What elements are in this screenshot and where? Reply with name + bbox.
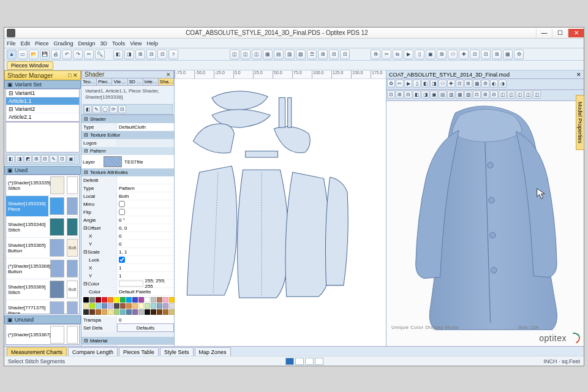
- palette-swatch[interactable]: [169, 303, 175, 309]
- palette-swatch[interactable]: [89, 297, 95, 303]
- sec-texture-editor[interactable]: ⊟ Texture Editor: [81, 131, 174, 139]
- prop-value[interactable]: 0: [117, 240, 174, 247]
- prop-value[interactable]: 0, 0: [117, 224, 174, 232]
- prop-key[interactable]: ⊟ Offset: [81, 224, 117, 232]
- tool-icon[interactable]: ▣: [426, 50, 435, 59]
- palette-swatch[interactable]: [151, 297, 156, 303]
- tool-icon[interactable]: ◧: [113, 50, 123, 59]
- vp-tool-icon[interactable]: ▶: [404, 80, 412, 88]
- palette-swatch[interactable]: [83, 309, 89, 315]
- prop-value[interactable]: Pattern: [117, 184, 174, 192]
- window-minimize-button[interactable]: —: [536, 29, 552, 37]
- vp-tool-icon[interactable]: ▯: [413, 80, 421, 88]
- sec-shader[interactable]: ⊟ Shader: [81, 115, 174, 123]
- menu-design[interactable]: Design: [78, 40, 96, 47]
- shader-tab[interactable]: Vie…: [112, 78, 127, 85]
- mini-tool-icon[interactable]: ⊞: [32, 155, 40, 163]
- variant-item[interactable]: ⊟ Variant2: [6, 105, 79, 113]
- status-mode-icon[interactable]: [295, 358, 304, 365]
- status-mode-icon[interactable]: [305, 358, 314, 365]
- palette-swatch[interactable]: [145, 309, 150, 315]
- tool-icon[interactable]: ⊞: [437, 50, 447, 59]
- vp-tool-icon[interactable]: ◫: [499, 91, 507, 99]
- menu-tools[interactable]: Tools: [112, 40, 125, 47]
- palette-swatch[interactable]: [163, 297, 168, 303]
- vp-tool-icon[interactable]: ✂: [396, 80, 404, 88]
- palette-swatch[interactable]: [114, 309, 119, 315]
- tool-icon[interactable]: ⧉: [393, 50, 402, 59]
- panel-close-icon[interactable]: □ ✕: [68, 72, 78, 78]
- unused-header[interactable]: ▣ Unused: [4, 315, 81, 324]
- crumb-tool-icon[interactable]: ✎: [92, 105, 100, 113]
- tool-icon[interactable]: ◫: [252, 50, 262, 59]
- shader-list-item[interactable]: Shader[1353340]Stitch: [6, 217, 79, 238]
- shader-tab[interactable]: Sha…: [159, 78, 174, 85]
- vp-tool-icon[interactable]: ⊡: [387, 91, 395, 99]
- mini-tool-icon[interactable]: ◨: [15, 155, 23, 163]
- shader-list-item[interactable]: Shader[1353365]Button Bott: [6, 238, 79, 258]
- palette-swatch[interactable]: [114, 297, 119, 303]
- tool-refresh-icon[interactable]: ♻: [371, 50, 380, 59]
- palette-swatch[interactable]: [89, 309, 95, 315]
- bottom-tab[interactable]: Pieces Table: [119, 347, 159, 356]
- palette-swatch[interactable]: [169, 309, 175, 315]
- palette-swatch[interactable]: [108, 309, 113, 315]
- viewport-3d[interactable]: Unique Color Display Mode Size: 134 opti…: [386, 101, 584, 346]
- palette-swatch[interactable]: [102, 303, 107, 309]
- tool-help-icon[interactable]: ?: [168, 50, 178, 59]
- menu-piece[interactable]: Piece: [35, 40, 49, 47]
- tool-undo-icon[interactable]: ↶: [62, 50, 72, 59]
- prop-value[interactable]: 255; 255; 255: [117, 280, 174, 287]
- prop-value[interactable]: Default Palette: [117, 288, 174, 295]
- tool-icon[interactable]: ▦: [263, 50, 273, 59]
- crumb-tool-icon[interactable]: ⊡: [118, 105, 126, 113]
- panel-close-icon[interactable]: ✕: [576, 72, 581, 78]
- prop-lock-checkbox[interactable]: [117, 256, 174, 263]
- palette-swatch[interactable]: [132, 297, 138, 303]
- mini-tool-icon[interactable]: ✎: [50, 155, 58, 163]
- shader-list-item[interactable]: Shader[1353338]Piece: [6, 196, 79, 217]
- vp-tool-icon[interactable]: ◫: [533, 91, 541, 99]
- mini-tool-icon[interactable]: ⊡: [58, 155, 66, 163]
- palette-swatch[interactable]: [138, 297, 144, 303]
- model-properties-tab[interactable]: Model Properties: [576, 95, 584, 150]
- pattern-canvas[interactable]: [175, 79, 386, 346]
- tool-icon[interactable]: ☰: [307, 50, 317, 59]
- prop-key[interactable]: Logos: [81, 139, 117, 146]
- mini-tool-icon[interactable]: ⊟: [41, 155, 49, 163]
- vp-tool-icon[interactable]: ◫: [516, 91, 524, 99]
- palette-swatch[interactable]: [151, 303, 156, 309]
- tool-save-icon[interactable]: 💾: [40, 50, 50, 59]
- tool-icon[interactable]: ◫: [230, 50, 239, 59]
- shader-list-item[interactable]: (*)Shader[1353368]Button: [6, 258, 79, 279]
- color-palette[interactable]: [81, 296, 174, 316]
- shader-tab[interactable]: Teo…: [81, 78, 97, 85]
- bottom-tab[interactable]: Map Zones: [195, 347, 231, 356]
- vp-tool-icon[interactable]: ✚: [447, 80, 455, 88]
- palette-swatch[interactable]: [114, 303, 119, 309]
- palette-swatch[interactable]: [138, 303, 144, 309]
- tool-play-icon[interactable]: ▶: [404, 50, 413, 59]
- palette-swatch[interactable]: [132, 303, 138, 309]
- vp-tool-icon[interactable]: ◧: [421, 80, 429, 88]
- crumb-tool-icon[interactable]: ⟳: [110, 105, 118, 113]
- tool-icon[interactable]: ⊡: [470, 50, 480, 59]
- palette-swatch[interactable]: [120, 309, 126, 315]
- sec-pattern[interactable]: ⊟ Pattern: [81, 147, 174, 155]
- prop-value[interactable]: 0: [117, 316, 174, 323]
- crumb-tool-icon[interactable]: ◯: [101, 105, 109, 113]
- menu-help[interactable]: Help: [146, 40, 158, 47]
- shader-list-item[interactable]: Shader[7771375]Piece: [6, 300, 79, 314]
- prop-value[interactable]: Both: [117, 192, 174, 200]
- tool-redo-icon[interactable]: ↷: [73, 50, 83, 59]
- mini-tool-icon[interactable]: ▣: [67, 155, 75, 163]
- prop-key[interactable]: Definiti: [81, 176, 117, 184]
- vp-tool-icon[interactable]: ⊟: [490, 91, 498, 99]
- crumb-tool-icon[interactable]: ◧: [84, 105, 92, 113]
- vp-tool-icon[interactable]: ▥: [447, 91, 455, 99]
- bottom-tab[interactable]: Style Sets: [160, 347, 194, 356]
- palette-swatch[interactable]: [108, 297, 113, 303]
- shader-list-item[interactable]: Shader[1353369]Stitch Butt: [6, 279, 79, 300]
- menu-grading[interactable]: Grading: [54, 40, 74, 47]
- palette-swatch[interactable]: [169, 297, 175, 303]
